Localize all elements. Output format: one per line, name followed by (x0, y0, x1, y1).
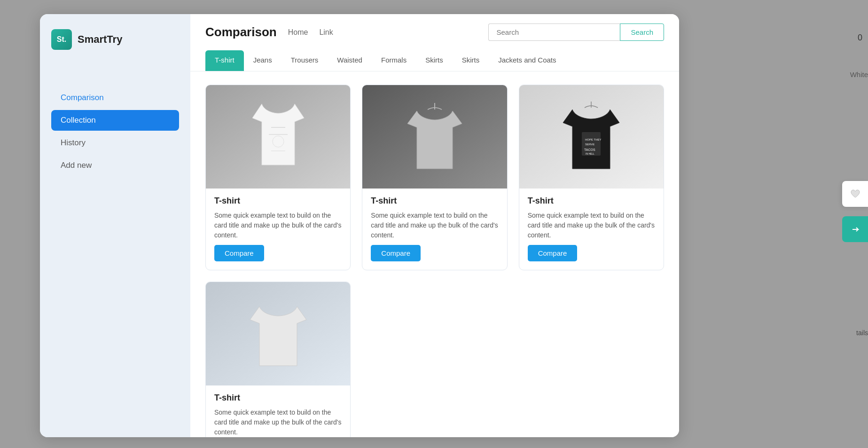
header-left: Comparison Home Link (205, 25, 333, 39)
svg-text:HOPE THEY: HOPE THEY (585, 138, 602, 141)
search-area: Search (488, 24, 664, 41)
cards-area: T-shirt Some quick example text to build… (190, 71, 679, 437)
compare-button-2[interactable]: Compare (371, 245, 421, 261)
product-image-3: HOPE THEY SERVE TACOS IN HELL (519, 85, 664, 189)
logo-block: St. SmartTry (51, 29, 179, 50)
tab-trousers[interactable]: Trousers (282, 50, 328, 71)
right-text-details: tails (856, 329, 868, 337)
search-button[interactable]: Search (620, 24, 664, 41)
card-image-1 (206, 85, 350, 189)
table-row: HOPE THEY SERVE TACOS IN HELL T-shirt So… (519, 85, 664, 270)
product-image-4 (206, 282, 350, 385)
card-image-3: HOPE THEY SERVE TACOS IN HELL (519, 85, 664, 189)
svg-text:SERVE: SERVE (585, 143, 594, 146)
table-row: T-shirt Some quick example text to build… (362, 85, 507, 270)
card-title-2: T-shirt (371, 196, 498, 206)
right-text-white: White (850, 71, 868, 79)
tshirt-svg-2 (402, 99, 468, 174)
card-desc-2: Some quick example text to build on the … (371, 211, 498, 240)
card-body-4: T-shirt Some quick example text to build… (206, 385, 350, 437)
card-desc-4: Some quick example text to build on the … (214, 408, 342, 437)
sidebar: St. SmartTry Comparison Collection Histo… (40, 14, 190, 437)
sidebar-item-collection[interactable]: Collection (51, 110, 179, 131)
main-modal: St. SmartTry Comparison Collection Histo… (40, 14, 679, 437)
heart-badge[interactable] (842, 181, 868, 207)
tab-jackets[interactable]: Jackets and Coats (489, 50, 565, 71)
arrow-icon (850, 224, 860, 235)
right-panel: 0 White tails (830, 14, 868, 437)
sidebar-item-history[interactable]: History (51, 133, 179, 153)
app-name: SmartTry (78, 33, 122, 46)
svg-text:IN HELL: IN HELL (586, 152, 594, 155)
heart-icon (850, 189, 860, 199)
category-tabs: T-shirt Jeans Trousers Waisted Formals S… (205, 48, 664, 71)
card-body-3: T-shirt Some quick example text to build… (519, 189, 664, 270)
card-title-3: T-shirt (528, 196, 655, 206)
card-desc-3: Some quick example text to build on the … (528, 211, 655, 240)
header: Comparison Home Link Search T-shirt Jean… (190, 14, 679, 71)
card-title-1: T-shirt (214, 196, 342, 206)
cards-grid: T-shirt Some quick example text to build… (205, 85, 664, 437)
tshirt-svg-3: HOPE THEY SERVE TACOS IN HELL (558, 99, 624, 174)
compare-button-1[interactable]: Compare (214, 245, 264, 261)
tab-waisted[interactable]: Waisted (328, 50, 372, 71)
sidebar-item-comparison[interactable]: Comparison (51, 87, 179, 108)
tab-skirts2[interactable]: Skirts (453, 50, 489, 71)
tshirt-svg-1 (245, 99, 311, 174)
compare-button-3[interactable]: Compare (528, 245, 578, 261)
tab-formals[interactable]: Formals (372, 50, 416, 71)
tshirt-svg-4 (245, 296, 311, 371)
header-nav-link[interactable]: Link (319, 28, 333, 37)
sidebar-item-add-new[interactable]: Add new (51, 155, 179, 176)
tab-skirts1[interactable]: Skirts (416, 50, 453, 71)
tab-tshirt[interactable]: T-shirt (205, 50, 244, 71)
table-row: T-shirt Some quick example text to build… (205, 85, 351, 270)
search-input[interactable] (488, 24, 620, 41)
sidebar-nav: Comparison Collection History Add new (51, 87, 179, 176)
right-number: 0 (858, 33, 862, 43)
card-image-2 (362, 85, 507, 189)
card-title-4: T-shirt (214, 393, 342, 403)
svg-text:TACOS: TACOS (584, 148, 595, 151)
header-nav-home[interactable]: Home (288, 28, 308, 37)
card-body-2: T-shirt Some quick example text to build… (362, 189, 507, 270)
card-image-4 (206, 282, 350, 385)
product-image-1 (206, 85, 350, 189)
header-top: Comparison Home Link Search (205, 24, 664, 41)
main-content: Comparison Home Link Search T-shirt Jean… (190, 14, 679, 437)
card-desc-1: Some quick example text to build on the … (214, 211, 342, 240)
logo-icon: St. (51, 29, 72, 50)
product-image-2 (362, 85, 507, 189)
page-title: Comparison (205, 25, 277, 39)
teal-badge[interactable] (842, 216, 868, 242)
tab-jeans[interactable]: Jeans (244, 50, 282, 71)
card-body-1: T-shirt Some quick example text to build… (206, 189, 350, 270)
table-row: T-shirt Some quick example text to build… (205, 282, 351, 437)
